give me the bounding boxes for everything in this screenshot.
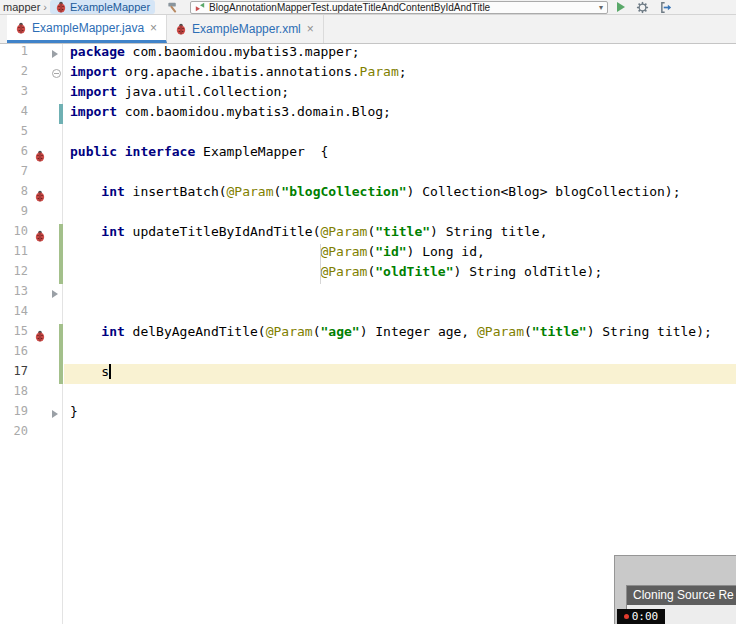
gutter-row: 6 [0, 144, 62, 164]
gutter-row: 12 [0, 264, 62, 284]
indent-guide [320, 244, 321, 284]
code-line: @Param("id") Long id, [64, 244, 736, 264]
breadcrumb-root[interactable]: mapper [3, 1, 40, 13]
code-line: import com.baomidou.mybatis3.domain.Blog… [64, 104, 736, 124]
gutter-row: 7 [0, 164, 62, 184]
code-line: int delByAgeAndTitle(@Param("age") Integ… [64, 324, 736, 344]
gutter-row: 20 [0, 424, 62, 444]
code-line [64, 424, 736, 444]
gutter-row: 15 [0, 324, 62, 344]
line-number: 6 [0, 144, 28, 164]
gutter-row: 4 [0, 104, 62, 124]
gutter-row: 14 [0, 304, 62, 324]
code-line [64, 124, 736, 144]
chevron-down-icon: ▾ [599, 3, 603, 12]
dialog-title-bar[interactable]: Cloning Source Re [627, 586, 736, 605]
line-number: 10 [0, 224, 28, 244]
change-marker [59, 264, 63, 284]
mybatis-bug-icon[interactable] [34, 188, 46, 200]
mybatis-bug-icon [175, 23, 187, 35]
code-area[interactable]: package com.baomidou.mybatis3.mapper;imp… [64, 44, 736, 444]
code-line [64, 304, 736, 324]
tab-examplemapper-xml[interactable]: ExampleMapper.xml × [167, 15, 324, 43]
mybatis-bug-icon[interactable] [34, 328, 46, 340]
fold-marker[interactable] [52, 290, 58, 298]
line-number: 3 [0, 84, 28, 104]
gutter-row: 8 [0, 184, 62, 204]
code-line: import java.util.Collection; [64, 84, 736, 104]
code-line [64, 344, 736, 364]
code-line [64, 164, 736, 184]
change-marker [59, 244, 63, 264]
code-line [64, 384, 736, 404]
gutter-row: 5 [0, 124, 62, 144]
mybatis-bug-icon[interactable] [34, 228, 46, 240]
gutter-row: 2 [0, 64, 62, 84]
editor-tab-bar: ExampleMapper.java × ExampleMapper.xml × [0, 15, 736, 44]
exit-icon[interactable] [660, 1, 673, 14]
line-number: 15 [0, 324, 28, 344]
run-config-icon [195, 2, 205, 12]
settings-gear-icon[interactable] [636, 1, 649, 14]
close-icon[interactable]: × [149, 21, 158, 35]
tab-examplemapper-java[interactable]: ExampleMapper.java × [7, 15, 167, 43]
breadcrumb-item-label: ExampleMapper [70, 1, 150, 13]
gutter-row: 3 [0, 84, 62, 104]
gutter-row: 9 [0, 204, 62, 224]
code-line: int updateTitleByIdAndTitle(@Param("titl… [64, 224, 736, 244]
code-line: } [64, 404, 736, 424]
run-button[interactable] [617, 2, 625, 12]
gutter: 1234567891011121314151617181920 [0, 44, 63, 624]
line-number: 1 [0, 44, 28, 64]
mybatis-bug-icon [15, 22, 27, 34]
hammer-icon[interactable] [166, 1, 180, 14]
gutter-row: 18 [0, 384, 62, 404]
gutter-row: 11 [0, 244, 62, 264]
gutter-row: 17 [0, 364, 62, 384]
timer-value: 0:00 [632, 610, 659, 623]
code-line [64, 204, 736, 224]
line-number: 17 [0, 364, 28, 384]
breadcrumb-item-examplemapper[interactable]: ExampleMapper [50, 0, 155, 14]
change-marker [59, 104, 63, 124]
line-number: 2 [0, 64, 28, 84]
fold-marker[interactable] [52, 69, 61, 78]
caret [109, 364, 111, 379]
line-number: 8 [0, 184, 28, 204]
line-number: 14 [0, 304, 28, 324]
change-marker [59, 324, 63, 344]
mybatis-bug-icon[interactable] [34, 148, 46, 160]
line-number: 13 [0, 284, 28, 304]
mybatis-bug-icon [55, 1, 67, 13]
gutter-row: 13 [0, 284, 62, 304]
tab-label: ExampleMapper.java [32, 21, 144, 35]
line-number: 19 [0, 404, 28, 424]
code-line: package com.baomidou.mybatis3.mapper; [64, 44, 736, 64]
line-number: 12 [0, 264, 28, 284]
tab-label: ExampleMapper.xml [192, 22, 301, 36]
recorder-panel: Cloning Source Re 0:00 [614, 555, 736, 624]
code-line: @Param("oldTitle") String oldTitle); [64, 264, 736, 284]
code-line [64, 284, 736, 304]
line-number: 20 [0, 424, 28, 444]
code-line: import org.apache.ibatis.annotations.Par… [64, 64, 736, 84]
fold-marker[interactable] [52, 50, 58, 58]
code-editor[interactable]: 1234567891011121314151617181920 package … [0, 44, 736, 624]
run-configuration-select[interactable]: BlogAnnotationMapperTest.updateTitleAndC… [190, 1, 608, 14]
change-marker [59, 224, 63, 244]
line-number: 4 [0, 104, 28, 124]
gutter-row: 1 [0, 44, 62, 64]
line-number: 18 [0, 384, 28, 404]
fold-marker[interactable] [52, 410, 58, 418]
close-icon[interactable]: × [306, 22, 315, 36]
recording-timer: 0:00 [617, 609, 665, 624]
code-line: s [64, 364, 736, 384]
breadcrumb-separator-icon: › [43, 1, 47, 13]
line-number: 9 [0, 204, 28, 224]
line-number: 11 [0, 244, 28, 264]
navigation-bar: mapper › ExampleMapper BlogAnnotationMap… [0, 0, 736, 15]
code-line: public interface ExampleMapper { [64, 144, 736, 164]
line-number: 5 [0, 124, 28, 144]
gutter-row: 19 [0, 404, 62, 424]
line-number: 7 [0, 164, 28, 184]
